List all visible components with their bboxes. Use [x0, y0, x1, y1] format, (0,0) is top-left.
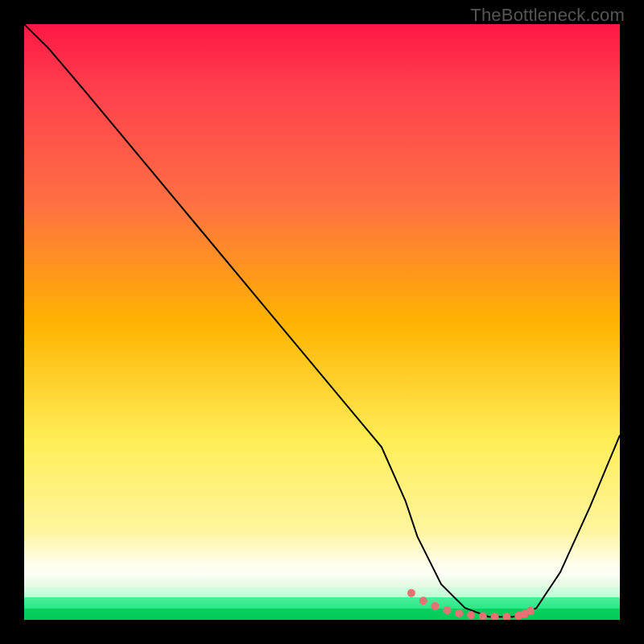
svg-point-0	[407, 589, 415, 597]
svg-point-2	[431, 602, 440, 610]
pale-band-2	[24, 576, 620, 588]
svg-point-11	[526, 607, 535, 615]
svg-point-4	[455, 609, 463, 617]
gradient-background	[24, 24, 620, 620]
plot-area	[24, 24, 620, 620]
svg-point-5	[467, 611, 475, 619]
bottleneck-curve-chart	[24, 24, 620, 620]
green-band-lite	[24, 588, 620, 597]
pale-band-1	[24, 565, 620, 576]
chart-frame: TheBottleneck.com	[0, 0, 644, 644]
svg-point-3	[443, 606, 451, 614]
watermark-text: TheBottleneck.com	[470, 5, 625, 26]
svg-point-1	[419, 597, 427, 605]
